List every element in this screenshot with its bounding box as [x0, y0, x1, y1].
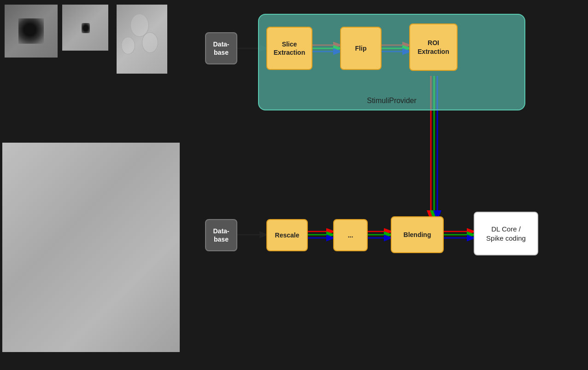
diagram: StimuliProvider Data-base SliceExtractio…: [198, 0, 585, 370]
database-top-label: Data-base: [213, 40, 229, 57]
microscopy-image-2: [62, 5, 108, 51]
rescale-label: Rescale: [275, 231, 300, 239]
database-bottom-box: Data-base: [205, 219, 237, 251]
blending-label: Blending: [404, 231, 431, 239]
stimuli-provider-label: StimuliProvider: [367, 97, 417, 105]
slice-extraction-label: SliceExtraction: [274, 40, 305, 57]
slice-extraction-box: SliceExtraction: [266, 27, 312, 70]
dl-core-box: DL Core /Spike coding: [474, 212, 538, 255]
flip-box: Flip: [340, 27, 382, 70]
flip-label: Flip: [355, 44, 367, 52]
blending-box: Blending: [391, 216, 444, 253]
ellipsis-label: ...: [348, 231, 353, 239]
roi-extraction-box: ROIExtraction: [409, 23, 458, 71]
database-top-box: Data-base: [205, 32, 237, 64]
database-bottom-label: Data-base: [213, 227, 229, 243]
roi-extraction-label: ROIExtraction: [417, 39, 449, 55]
microscopy-image-large: [2, 143, 180, 352]
ellipsis-box: ...: [333, 219, 368, 251]
dl-core-label: DL Core /Spike coding: [486, 225, 526, 243]
microscopy-image-1: [5, 5, 58, 58]
rescale-box: Rescale: [266, 219, 308, 251]
microscopy-image-3: [117, 5, 167, 74]
